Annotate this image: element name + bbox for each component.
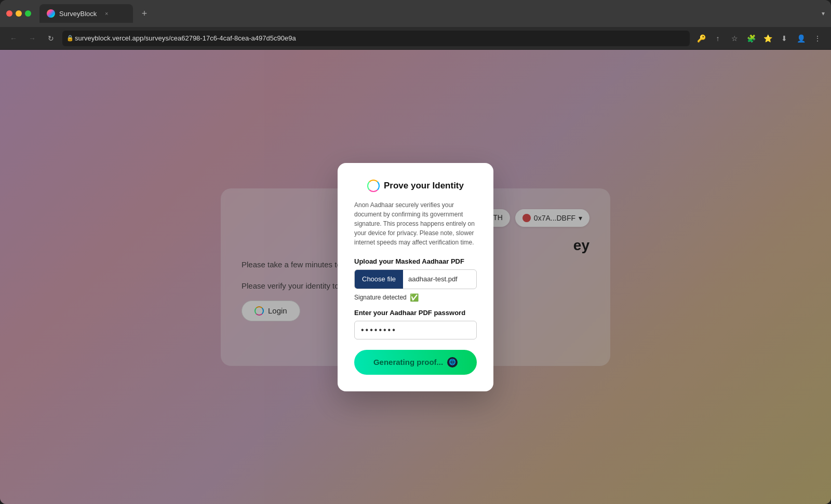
address-input[interactable] [62, 31, 690, 46]
lock-icon: 🔒 [66, 35, 74, 42]
signature-detected-row: Signature detected ✅ [354, 293, 477, 302]
modal-description: Anon Aadhaar securely verifies your docu… [354, 200, 477, 247]
fullscreen-traffic-light[interactable] [25, 10, 31, 17]
modal-header: Prove your Identity [354, 180, 477, 192]
modal-overlay: Prove your Identity Anon Aadhaar securel… [0, 50, 831, 504]
minimize-traffic-light[interactable] [16, 10, 22, 17]
page-content: S Scroll Sepolia Testnet ▾ 0.070 ETH 0x7… [0, 50, 831, 504]
profile-icon[interactable]: 👤 [794, 31, 808, 46]
prove-identity-modal: Prove your Identity Anon Aadhaar securel… [338, 163, 493, 391]
share-icon[interactable]: ↑ [711, 31, 725, 46]
browser-window: SurveyBlock × + ▾ ← → ↻ 🔒 🔑 ↑ ☆ 🧩 ⭐ ⬇ 👤 … [0, 0, 831, 504]
tab-close-button[interactable]: × [103, 10, 110, 17]
reload-button[interactable]: ↻ [44, 31, 58, 46]
download-icon[interactable]: ⬇ [777, 31, 792, 46]
new-tab-button[interactable]: + [137, 6, 152, 21]
active-tab[interactable]: SurveyBlock × [39, 4, 133, 23]
choose-file-button[interactable]: Choose file [355, 270, 403, 289]
back-button[interactable]: ← [6, 31, 21, 46]
address-wrapper: 🔒 [62, 31, 690, 46]
signature-text: Signature detected [354, 294, 407, 301]
upload-label: Upload your Masked Aadhaar PDF [354, 257, 477, 265]
close-traffic-light[interactable] [6, 10, 12, 17]
puzzle-icon[interactable]: ⭐ [760, 31, 775, 46]
generate-proof-button[interactable]: Generating proof... 🌐 [354, 350, 477, 375]
generate-btn-label: Generating proof... [373, 358, 443, 366]
tab-dropdown[interactable]: ▾ [822, 10, 825, 17]
browser-toolbar-icons: 🔑 ↑ ☆ 🧩 ⭐ ⬇ 👤 ⋮ [694, 31, 825, 46]
globe-icon: 🌐 [447, 357, 458, 367]
bookmark-icon[interactable]: ☆ [727, 31, 742, 46]
forward-button[interactable]: → [25, 31, 39, 46]
file-name-display: aadhaar-test.pdf [403, 275, 476, 283]
key-icon[interactable]: 🔑 [694, 31, 708, 46]
password-label: Enter your Aadhaar PDF password [354, 309, 477, 317]
check-icon: ✅ [410, 293, 419, 302]
password-input[interactable] [354, 321, 477, 339]
anon-aadhaar-logo-icon [367, 180, 380, 192]
tab-title: SurveyBlock [59, 10, 97, 18]
address-bar: ← → ↻ 🔒 🔑 ↑ ☆ 🧩 ⭐ ⬇ 👤 ⋮ [0, 27, 831, 50]
file-input-row: Choose file aadhaar-test.pdf [354, 269, 477, 289]
traffic-lights [6, 10, 31, 17]
menu-icon[interactable]: ⋮ [810, 31, 825, 46]
title-bar: SurveyBlock × + ▾ [0, 0, 831, 27]
tab-favicon [47, 9, 55, 18]
extension-icon[interactable]: 🧩 [744, 31, 758, 46]
modal-title: Prove your Identity [384, 181, 464, 191]
